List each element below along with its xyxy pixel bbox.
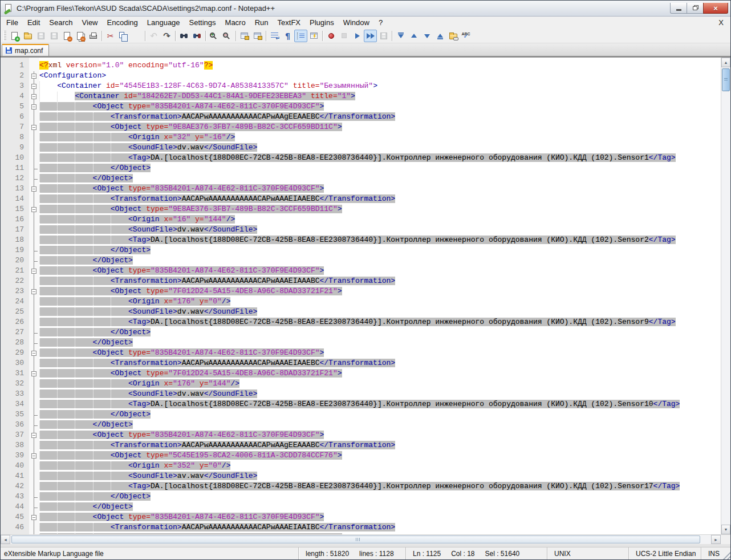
code-line[interactable]: </Object>	[39, 328, 721, 338]
code-line[interactable]: <Transformation>AACAPwAAAAAAAAAAACAPwAAA…	[39, 523, 721, 533]
zoom-in-button[interactable]	[208, 30, 221, 42]
code-line[interactable]: <Object type="835B4201-A874-4E62-811C-37…	[39, 513, 721, 523]
fold-collapse-box[interactable]	[31, 289, 36, 294]
save-file-button[interactable]	[34, 30, 47, 42]
code-line[interactable]: <Tag>DA.[localhost{188D08EC-72CB-425B-8E…	[39, 482, 721, 492]
scroll-right-arrow[interactable]: ►	[711, 535, 721, 544]
code-line[interactable]: <Object type="835B4201-A874-4E62-811C-37…	[39, 431, 721, 441]
show-indent-guide-button[interactable]	[294, 30, 307, 42]
tab-map-conf[interactable]: map.conf	[2, 44, 49, 56]
fold-collapse-box[interactable]	[31, 125, 36, 130]
menu-item-file[interactable]: File	[2, 17, 23, 28]
macro-record-button[interactable]	[324, 30, 338, 42]
zoom-out-button[interactable]	[221, 30, 234, 42]
code-line[interactable]: <Origin x="32" y="-16"/>	[39, 133, 721, 143]
close-button[interactable]: ×	[703, 3, 728, 14]
nav-first-button[interactable]	[394, 30, 407, 42]
resize-grip[interactable]	[721, 550, 730, 559]
code-line[interactable]: <Origin x="176" y="0"/>	[39, 297, 721, 307]
code-line[interactable]: <Origin x="16" y="144"/>	[39, 215, 721, 225]
code-line[interactable]: <SoundFile>dv.wav</SoundFile>	[39, 143, 721, 153]
code-line[interactable]: <SoundFile>av.wav</SoundFile>	[39, 472, 721, 482]
vertical-scroll-track[interactable]	[721, 67, 730, 525]
fold-collapse-box[interactable]	[31, 515, 36, 520]
redo-button[interactable]	[160, 30, 173, 42]
toolbar-grip[interactable]	[3, 31, 6, 41]
sync-vertical-scrolling-button[interactable]	[238, 30, 251, 42]
cut-button[interactable]	[104, 30, 117, 42]
menu-item-view[interactable]: View	[78, 17, 103, 28]
save-all-button[interactable]	[47, 30, 60, 42]
fold-collapse-box[interactable]	[31, 371, 36, 376]
menu-item-settings[interactable]: Settings	[185, 17, 221, 28]
menu-item-plugins[interactable]: Plugins	[305, 17, 339, 28]
code-line[interactable]: <Object type="9E8AE376-3FB7-489B-B82C-3C…	[39, 123, 721, 133]
show-all-characters-button[interactable]	[281, 30, 294, 42]
horizontal-scroll-track[interactable]	[10, 535, 711, 544]
horizontal-scroll-thumb[interactable]	[11, 535, 700, 543]
code-line[interactable]: <SoundFile>dv.wav</SoundFile>	[39, 307, 721, 318]
code-line[interactable]: </Object>	[39, 410, 721, 420]
scroll-left-arrow[interactable]: ◄	[1, 535, 10, 544]
code-line[interactable]: </Object>	[39, 420, 721, 431]
nav-last-button[interactable]	[433, 30, 446, 42]
print-button[interactable]	[87, 30, 100, 42]
fold-collapse-box[interactable]	[31, 433, 36, 438]
macro-play-button[interactable]	[351, 30, 364, 42]
scroll-down-arrow[interactable]: ▼	[721, 525, 730, 534]
code-line[interactable]: <Object type="835B4201-A874-4E62-811C-37…	[39, 266, 721, 277]
vertical-scroll-thumb[interactable]	[722, 68, 730, 91]
code-line[interactable]: <Object type="835B4201-A874-4E62-811C-37…	[39, 102, 721, 112]
menu-item-help[interactable]: ?	[374, 17, 387, 28]
code-line[interactable]: <Object type="835B4201-A874-4E62-811C-37…	[39, 184, 721, 194]
fold-collapse-box[interactable]	[31, 186, 36, 192]
code-line[interactable]: <Object type="9E8AE376-3FB7-489B-B82C-3C…	[39, 205, 721, 215]
word-wrap-button[interactable]	[268, 30, 281, 42]
macro-save-button[interactable]	[377, 30, 390, 42]
fold-collapse-box[interactable]	[31, 84, 36, 89]
code-line[interactable]: <Transformation>AACAPwAAAAAAAAAAACAPwAAA…	[39, 277, 721, 287]
menu-close-button[interactable]: X	[713, 18, 729, 27]
macro-run-multiple-button[interactable]	[364, 30, 377, 42]
code-line[interactable]: <Configuration>	[39, 71, 721, 82]
fold-collapse-box[interactable]	[31, 207, 36, 212]
code-line[interactable]: <SoundFile>dv.wav</SoundFile>	[39, 225, 721, 236]
menu-item-language[interactable]: Language	[143, 17, 185, 28]
code-line[interactable]: <?xml version="1.0" encoding="utf-16"?>	[39, 61, 721, 71]
paste-button[interactable]	[130, 30, 143, 42]
undo-button[interactable]	[147, 30, 160, 42]
minimize-button[interactable]	[670, 3, 687, 14]
code-line[interactable]: <Transformation>AACAPwAAAAAAAAAAACAPwAAA…	[39, 359, 721, 369]
replace-button[interactable]	[190, 30, 204, 42]
user-defined-dialog-button[interactable]	[307, 30, 320, 42]
code-line[interactable]: </Object>	[39, 492, 721, 502]
code-line[interactable]: </Object>	[39, 246, 721, 256]
vertical-scrollbar[interactable]: ▲ ▼	[721, 58, 730, 534]
code-line[interactable]: </Object>	[39, 502, 721, 513]
menu-item-run[interactable]: Run	[250, 17, 273, 28]
code-line[interactable]: <Container id="4545E1B3-128F-4C63-9D74-A…	[39, 82, 721, 92]
code-line[interactable]: <Container id="184262E7-DD53-44C1-84A1-9…	[39, 92, 721, 102]
macro-stop-button[interactable]	[338, 30, 351, 42]
code-line[interactable]: </Object>	[39, 164, 721, 174]
menu-item-edit[interactable]: Edit	[23, 17, 44, 28]
nav-previous-button[interactable]	[407, 30, 420, 42]
code-line[interactable]: <Object type="7F012D24-5A15-4DE8-A96C-8D…	[39, 369, 721, 379]
menu-item-macro[interactable]: Macro	[221, 17, 250, 28]
code-line[interactable]: <Object type="5C45E195-8CA2-4006-811A-3C…	[39, 451, 721, 461]
fold-collapse-box[interactable]	[31, 351, 36, 356]
copy-button[interactable]	[117, 30, 130, 42]
menu-item-encoding[interactable]: Encoding	[103, 17, 143, 28]
fold-collapse-box[interactable]	[31, 269, 36, 274]
nav-next-button[interactable]	[420, 30, 433, 42]
code-line[interactable]: <Tag>DA.[localhost{188D08EC-72CB-425B-8E…	[39, 153, 721, 164]
code-line[interactable]: <Object type="835B4201-A874-4E62-811C-37…	[39, 348, 721, 359]
close-file-button[interactable]	[60, 30, 74, 42]
code-line[interactable]: </Object>	[39, 338, 721, 348]
code-line[interactable]: <Transformation>AACAPwAAAAAAAAAAACAPwAAg…	[39, 441, 721, 451]
fold-collapse-box[interactable]	[31, 74, 36, 79]
new-file-button[interactable]	[8, 30, 21, 42]
code-line[interactable]: <Tag>DA.[localhost{188D08EC-72CB-425B-8E…	[39, 400, 721, 410]
code-line[interactable]: </Object>	[39, 256, 721, 266]
code-line[interactable]: <Transformation>AACAPwAAAAAAAAAAACAPwAAg…	[39, 112, 721, 123]
